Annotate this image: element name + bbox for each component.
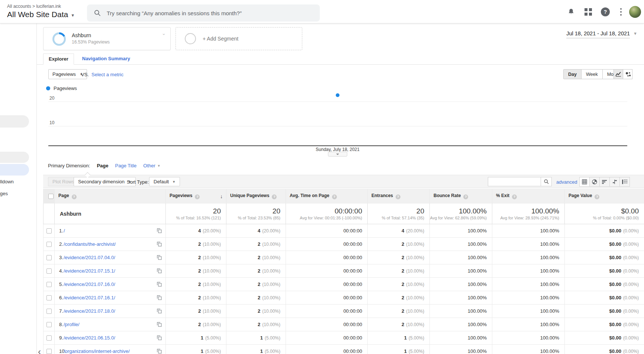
help-icon[interactable]: ?	[72, 194, 77, 199]
chart-collapse-tab[interactable]	[328, 152, 347, 157]
page-link[interactable]: /	[64, 228, 65, 234]
secondary-dimension-dropdown[interactable]: Secondary dimension▼	[74, 177, 136, 186]
page-link[interactable]: /evidence/2021.07.16.1/	[64, 295, 115, 300]
dimension-other[interactable]: Other▼	[143, 163, 160, 168]
page-link[interactable]: /evidence/2021.07.04.0/	[64, 255, 115, 260]
help-icon[interactable]: ?	[332, 194, 337, 199]
column-header-pageviews[interactable]: Pageviews?↓	[166, 189, 226, 203]
exit-cell: 100.00%	[492, 251, 565, 264]
tab-navigation-summary[interactable]: Navigation Summary	[82, 56, 130, 64]
open-page-icon[interactable]	[157, 322, 162, 327]
tab-explorer[interactable]: Explorer	[43, 54, 74, 65]
data-view-icon[interactable]	[579, 177, 590, 187]
date-range-value[interactable]: Jul 18, 2021 - Jul 18, 2021	[566, 30, 630, 38]
open-page-icon[interactable]	[157, 309, 162, 313]
global-search-input[interactable]	[107, 10, 300, 16]
sort-descending-icon[interactable]: ↓	[220, 193, 223, 199]
page-link[interactable]: /evidence/2021.06.15.0/	[64, 335, 115, 341]
column-header-page[interactable]: Page?	[55, 189, 166, 203]
advanced-link[interactable]: advanced	[556, 179, 577, 185]
row-checkbox[interactable]	[46, 309, 52, 314]
row-checkbox[interactable]	[46, 255, 52, 260]
date-range-selector[interactable]: Jul 18, 2021 - Jul 18, 2021 ▼	[566, 30, 637, 38]
segment-card[interactable]: Ashburn 16.53% Pageviews ⌄	[43, 27, 171, 50]
motion-chart-icon[interactable]	[623, 69, 632, 79]
page-link[interactable]: /evidence/2021.07.16.0/	[64, 281, 115, 287]
page-link[interactable]: /evidence/2021.07.15.1/	[64, 268, 115, 274]
sidebar-item-pill[interactable]	[0, 152, 29, 163]
open-page-icon[interactable]	[157, 255, 162, 260]
x-axis	[48, 145, 627, 146]
column-header-unique-pageviews[interactable]: Unique Pageviews?	[226, 189, 286, 203]
row-checkbox[interactable]	[46, 282, 52, 287]
page-link[interactable]: /evidence/2021.07.18.0/	[64, 308, 115, 314]
bounce-rate-cell: 100.00%	[430, 318, 492, 331]
day-button[interactable]: Day	[563, 69, 582, 79]
line-chart-icon[interactable]	[614, 69, 623, 79]
column-header-exit[interactable]: % Exit?	[492, 189, 565, 203]
add-segment-button[interactable]: + Add Segment	[176, 27, 302, 50]
help-icon[interactable]: ?	[195, 194, 200, 199]
help-icon[interactable]: ?	[396, 194, 400, 199]
more-options-icon[interactable]	[619, 0, 623, 23]
open-page-icon[interactable]	[157, 335, 162, 340]
column-header-entrances[interactable]: Entrances?	[368, 189, 430, 203]
row-checkbox[interactable]	[46, 242, 52, 247]
page-link[interactable]: /organizations/internet-archive/	[64, 348, 130, 354]
breadcrumb[interactable]: All accounts > luciferian.ink	[7, 4, 75, 9]
column-header-bounce-rate[interactable]: Bounce Rate?	[430, 189, 492, 203]
table-search-input[interactable]	[488, 177, 541, 186]
entrances-cell: 4(20.00%)	[368, 224, 430, 238]
select-a-metric-link[interactable]: Select a metric	[91, 72, 123, 77]
row-checkbox[interactable]	[46, 322, 52, 327]
column-header-avg-time[interactable]: Avg. Time on Page?	[286, 189, 368, 203]
sidebar-item-label-fragment[interactable]: ges	[0, 191, 8, 196]
gridline	[48, 102, 627, 102]
help-icon[interactable]: ?	[601, 0, 610, 23]
open-page-icon[interactable]	[157, 282, 162, 287]
row-checkbox[interactable]	[46, 335, 52, 341]
dimension-page-title[interactable]: Page Title	[115, 163, 137, 168]
help-icon[interactable]: ?	[512, 194, 517, 199]
open-page-icon[interactable]	[157, 349, 162, 354]
performance-view-icon[interactable]	[599, 177, 610, 187]
dimension-page[interactable]: Page	[97, 163, 108, 168]
select-all-checkbox[interactable]	[48, 194, 54, 199]
row-checkbox[interactable]	[46, 349, 52, 354]
property-title[interactable]: All Web Site Data	[7, 10, 68, 19]
percentage-view-icon[interactable]	[589, 177, 600, 187]
page-link[interactable]: /confidants/the-archivist/	[64, 241, 116, 247]
column-header-page-value[interactable]: Page Value?	[565, 189, 644, 203]
avatar[interactable]	[629, 6, 641, 18]
open-page-icon[interactable]	[157, 268, 162, 273]
row-index: 10.	[55, 348, 64, 354]
sidebar-item-label-fragment[interactable]: lldown	[0, 179, 14, 184]
open-page-icon[interactable]	[157, 228, 162, 233]
account-breadcrumb[interactable]: All accounts > luciferian.ink All Web Si…	[7, 4, 75, 19]
row-checkbox[interactable]	[46, 228, 52, 234]
help-icon[interactable]: ?	[272, 194, 277, 199]
table-search-button[interactable]	[541, 177, 552, 186]
sort-type-dropdown[interactable]: Default▼	[149, 177, 180, 186]
help-icon[interactable]: ?	[595, 194, 599, 199]
global-search[interactable]	[87, 4, 320, 22]
notifications-icon[interactable]	[567, 0, 576, 23]
sidebar-item-pill[interactable]	[0, 115, 29, 128]
row-checkbox[interactable]	[46, 295, 52, 300]
open-page-icon[interactable]	[157, 295, 162, 300]
sidebar-collapse-icon[interactable]: ‹	[38, 347, 41, 354]
summary-exit: 100.00%Avg for View: 28.93% (245.71%)	[492, 203, 565, 224]
chevron-down-icon[interactable]: ⌄	[162, 30, 166, 36]
help-icon[interactable]: ?	[463, 194, 468, 199]
comparison-view-icon[interactable]	[609, 177, 620, 187]
row-checkbox[interactable]	[46, 268, 52, 274]
apps-grid-icon[interactable]	[584, 0, 593, 23]
pivot-view-icon[interactable]	[619, 177, 630, 187]
sidebar-item-pill-selected[interactable]	[0, 164, 29, 176]
week-button[interactable]: Week	[581, 69, 603, 79]
page-link[interactable]: /profile/	[64, 322, 80, 327]
vs-label: VS.	[81, 72, 89, 77]
pageviews-data-point[interactable]	[336, 93, 339, 97]
open-page-icon[interactable]	[157, 242, 162, 247]
summary-segment-label: Ashburn	[55, 203, 166, 224]
